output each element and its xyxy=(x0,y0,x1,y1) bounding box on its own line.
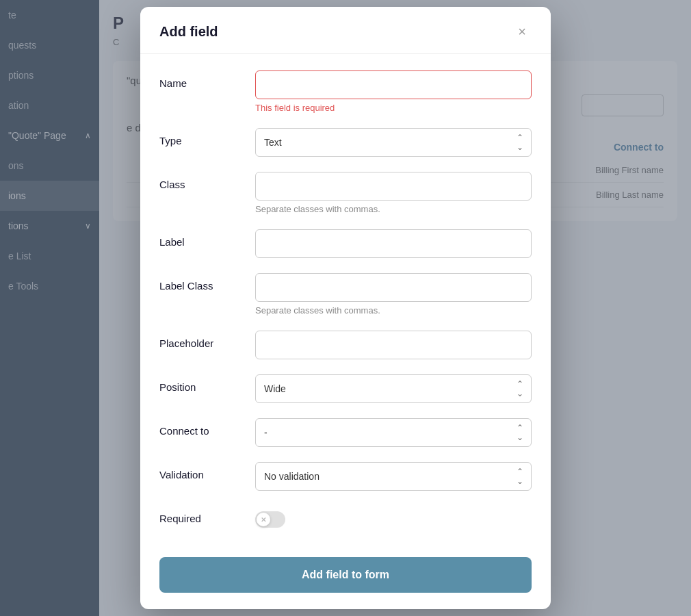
modal-backdrop: Add field × Name This field is required … xyxy=(0,0,691,616)
field-placeholder-wrap xyxy=(255,331,532,359)
modal-close-button[interactable]: × xyxy=(512,22,532,41)
field-position-row: Position Wide Left Right Full xyxy=(159,374,532,403)
modal-body: Name This field is required Type Text Em… xyxy=(140,54,551,557)
field-name-label: Name xyxy=(159,70,255,89)
type-select[interactable]: Text Email Number Phone Textarea Select … xyxy=(255,128,532,157)
label-class-input[interactable] xyxy=(255,273,532,302)
validation-select-wrap: No validation Required Email Number Phon… xyxy=(255,462,532,491)
connect-to-select-wrap: - Billing First name Billing Last name E… xyxy=(255,418,532,447)
field-connect-to-row: Connect to - Billing First name Billing … xyxy=(159,418,532,447)
field-label-label: Label xyxy=(159,229,255,248)
position-select-wrap: Wide Left Right Full xyxy=(255,374,532,403)
field-label-class-label: Label Class xyxy=(159,273,255,292)
field-type-wrap: Text Email Number Phone Textarea Select … xyxy=(255,128,532,157)
placeholder-input[interactable] xyxy=(255,331,532,359)
toggle-x-icon: ✕ xyxy=(261,516,266,524)
field-class-wrap: Separate classes with commas. xyxy=(255,172,532,214)
field-label-class-wrap: Separate classes with commas. xyxy=(255,273,532,316)
field-connect-to-wrap: - Billing First name Billing Last name E… xyxy=(255,418,532,447)
required-toggle-wrap: ✕ xyxy=(255,506,532,528)
label-class-hint: Separate classes with commas. xyxy=(255,305,532,316)
name-input[interactable] xyxy=(255,70,532,99)
field-position-label: Position xyxy=(159,374,255,393)
field-validation-wrap: No validation Required Email Number Phon… xyxy=(255,462,532,491)
field-position-wrap: Wide Left Right Full xyxy=(255,374,532,403)
field-required-row: Required ✕ xyxy=(159,506,532,528)
field-placeholder-row: Placeholder xyxy=(159,331,532,359)
class-input[interactable] xyxy=(255,172,532,201)
position-select[interactable]: Wide Left Right Full xyxy=(255,374,532,403)
field-label-class-row: Label Class Separate classes with commas… xyxy=(159,273,532,316)
field-validation-label: Validation xyxy=(159,462,255,480)
add-field-modal: Add field × Name This field is required … xyxy=(140,7,551,609)
field-validation-row: Validation No validation Required Email … xyxy=(159,462,532,491)
name-error-message: This field is required xyxy=(255,103,532,113)
field-connect-to-label: Connect to xyxy=(159,418,255,437)
field-placeholder-label: Placeholder xyxy=(159,331,255,349)
type-select-wrap: Text Email Number Phone Textarea Select … xyxy=(255,128,532,157)
connect-to-select[interactable]: - Billing First name Billing Last name E… xyxy=(255,418,532,447)
field-name-wrap: This field is required xyxy=(255,70,532,113)
field-class-label: Class xyxy=(159,172,255,190)
modal-title: Add field xyxy=(159,24,218,40)
toggle-knob: ✕ xyxy=(257,513,270,526)
modal-header: Add field × xyxy=(140,7,551,54)
validation-select[interactable]: No validation Required Email Number Phon… xyxy=(255,462,532,491)
field-required-label: Required xyxy=(159,506,255,524)
field-required-wrap: ✕ xyxy=(255,506,532,528)
required-toggle[interactable]: ✕ xyxy=(255,511,285,528)
modal-footer: Add field to form xyxy=(140,557,551,609)
field-label-row: Label xyxy=(159,229,532,258)
class-hint: Separate classes with commas. xyxy=(255,204,532,214)
label-input[interactable] xyxy=(255,229,532,258)
add-field-button[interactable]: Add field to form xyxy=(159,557,532,593)
field-name-row: Name This field is required xyxy=(159,70,532,113)
field-label-wrap xyxy=(255,229,532,258)
field-type-row: Type Text Email Number Phone Textarea Se… xyxy=(159,128,532,157)
field-type-label: Type xyxy=(159,128,255,146)
field-class-row: Class Separate classes with commas. xyxy=(159,172,532,214)
